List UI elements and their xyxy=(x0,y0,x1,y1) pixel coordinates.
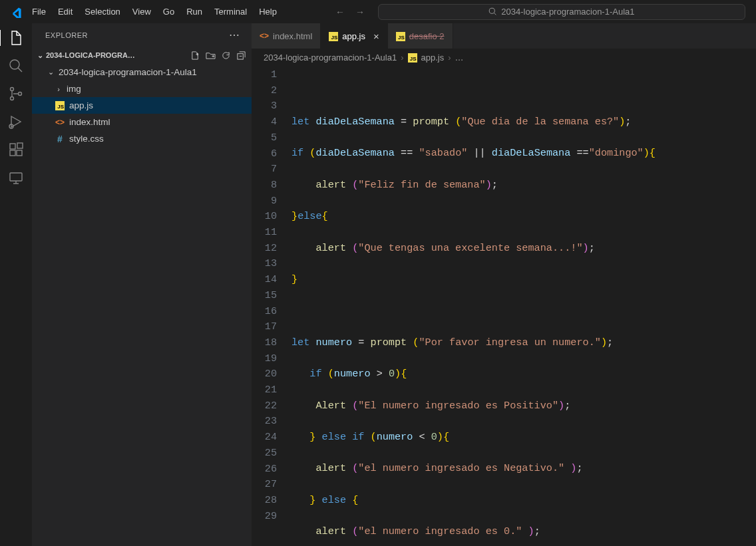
activity-debug-icon[interactable] xyxy=(8,114,24,130)
svg-point-6 xyxy=(19,92,22,96)
sidebar-header: EXPLORER ⋯ xyxy=(32,23,252,47)
search-text: 2034-logica-programacion-1-Aula1 xyxy=(501,7,634,17)
search-icon xyxy=(488,7,497,16)
menu-help[interactable]: Help xyxy=(254,4,282,19)
tree-file-indexhtml[interactable]: <> index.html xyxy=(32,114,252,130)
js-file-icon: JS xyxy=(408,53,417,63)
activity-search-icon[interactable] xyxy=(8,58,24,74)
tab-appjs[interactable]: JS app.js × xyxy=(321,23,387,49)
html-file-icon: <> xyxy=(55,118,65,127)
activity-bar xyxy=(0,23,32,546)
activity-extensions-icon[interactable] xyxy=(8,142,24,158)
tab-label: app.js xyxy=(342,31,365,41)
tree-label: app.js xyxy=(69,100,93,110)
menu-edit[interactable]: Edit xyxy=(53,4,78,19)
collapse-all-icon[interactable] xyxy=(236,51,246,61)
tree-folder-img[interactable]: › img xyxy=(32,80,252,97)
code-content[interactable]: let diaDeLaSemana = prompt ("Que dia de … xyxy=(291,66,756,546)
workspace-folder-header[interactable]: ⌄ 2034-LOGICA-PROGRA… xyxy=(32,47,252,64)
activity-remote-icon[interactable] xyxy=(8,170,24,186)
js-file-icon: JS xyxy=(329,31,338,41)
tree-file-appjs[interactable]: JS app.js xyxy=(32,97,252,114)
svg-point-4 xyxy=(11,88,14,91)
sidebar-title: EXPLORER xyxy=(45,31,88,39)
code-editor[interactable]: 1234567891011121314151617181920212223242… xyxy=(252,66,756,546)
svg-rect-12 xyxy=(10,173,22,181)
svg-rect-8 xyxy=(10,144,15,149)
editor-tabs: <> index.html JS app.js × JS desafio 2 xyxy=(252,23,756,49)
chevron-down-icon: ⌄ xyxy=(47,68,55,76)
chevron-right-icon: › xyxy=(401,53,403,63)
nav-forward-icon[interactable]: → xyxy=(355,7,365,17)
tree-folder-root[interactable]: ⌄ 2034-logica-programacion-1-Aula1 xyxy=(32,64,252,80)
activity-explorer-icon[interactable] xyxy=(0,30,31,46)
svg-line-3 xyxy=(18,68,22,72)
chevron-right-icon: › xyxy=(55,85,63,93)
activity-source-control-icon[interactable] xyxy=(8,86,24,102)
tab-desafio2[interactable]: JS desafio 2 xyxy=(388,23,453,49)
line-numbers-gutter: 1234567891011121314151617181920212223242… xyxy=(252,66,291,546)
tab-label: desafio 2 xyxy=(409,31,445,41)
nav-arrows: ← → xyxy=(335,7,365,17)
breadcrumb-symbol[interactable]: … xyxy=(455,53,464,63)
tree-label: index.html xyxy=(69,117,110,127)
menu-file[interactable]: File xyxy=(27,4,51,19)
svg-point-2 xyxy=(10,60,19,69)
file-tree: ⌄ 2034-logica-programacion-1-Aula1 › img… xyxy=(32,64,252,147)
tree-label: 2034-logica-programacion-1-Aula1 xyxy=(59,67,197,77)
tree-file-stylecss[interactable]: # style.css xyxy=(32,130,252,147)
breadcrumb-file[interactable]: app.js xyxy=(421,53,445,63)
svg-line-1 xyxy=(494,13,496,15)
menu-terminal[interactable]: Terminal xyxy=(209,4,252,19)
tab-label: index.html xyxy=(273,31,312,41)
css-file-icon: # xyxy=(55,134,65,144)
tree-label: style.css xyxy=(69,134,104,144)
svg-point-5 xyxy=(11,97,14,100)
breadcrumb-folder[interactable]: 2034-logica-programacion-1-Aula1 xyxy=(264,53,397,63)
explorer-sidebar: EXPLORER ⋯ ⌄ 2034-LOGICA-PROGRA… ⌄ 2034-… xyxy=(32,23,252,546)
html-file-icon: <> xyxy=(260,31,269,41)
workspace-name: 2034-LOGICA-PROGRA… xyxy=(46,51,135,59)
editor-area: <> index.html JS app.js × JS desafio 2 2… xyxy=(252,23,756,546)
tab-indexhtml[interactable]: <> index.html xyxy=(252,23,321,49)
svg-rect-10 xyxy=(17,150,22,156)
chevron-right-icon: › xyxy=(448,53,451,63)
sidebar-more-icon[interactable]: ⋯ xyxy=(229,29,240,41)
new-folder-icon[interactable] xyxy=(206,51,216,61)
title-bar: File Edit Selection View Go Run Terminal… xyxy=(0,0,756,23)
chevron-down-icon: ⌄ xyxy=(37,51,43,60)
menu-view[interactable]: View xyxy=(127,4,156,19)
svg-rect-9 xyxy=(10,150,15,156)
menu-selection[interactable]: Selection xyxy=(79,4,125,19)
nav-back-icon[interactable]: ← xyxy=(335,7,345,17)
js-file-icon: JS xyxy=(55,101,65,110)
menu-bar: File Edit Selection View Go Run Terminal… xyxy=(27,4,282,19)
svg-rect-11 xyxy=(17,143,23,148)
new-file-icon[interactable] xyxy=(190,51,200,61)
refresh-icon[interactable] xyxy=(221,51,231,61)
js-file-icon: JS xyxy=(396,31,405,41)
menu-run[interactable]: Run xyxy=(181,4,208,19)
tree-label: img xyxy=(67,84,81,94)
svg-point-0 xyxy=(490,8,495,13)
menu-go[interactable]: Go xyxy=(158,4,180,19)
command-center-search[interactable]: 2034-logica-programacion-1-Aula1 xyxy=(378,4,745,20)
vscode-logo-icon xyxy=(11,7,21,17)
breadcrumb[interactable]: 2034-logica-programacion-1-Aula1 › JS ap… xyxy=(252,49,756,66)
close-icon[interactable]: × xyxy=(373,31,379,42)
